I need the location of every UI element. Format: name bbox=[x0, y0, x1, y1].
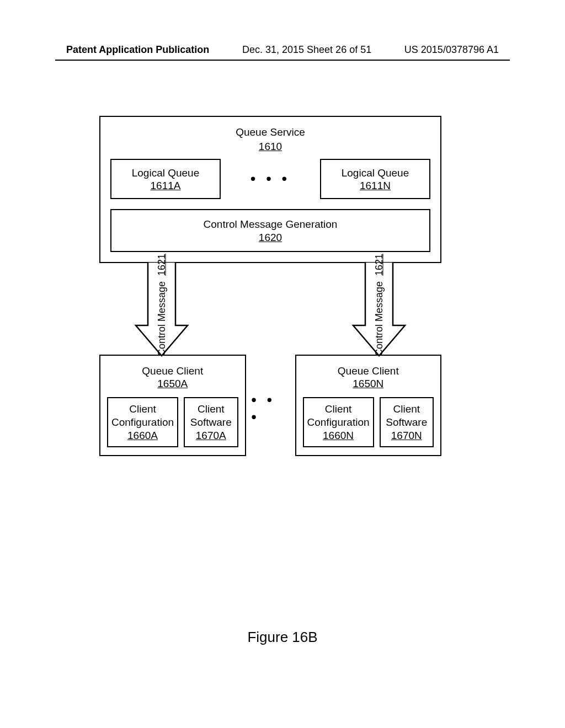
client-software-a-id: 1670A bbox=[188, 429, 233, 442]
client-configuration-n-label-text: Client Configuration bbox=[307, 403, 370, 428]
client-configuration-a-label-text: Client Configuration bbox=[111, 403, 174, 428]
queue-client-a-title: Queue Client bbox=[107, 365, 238, 378]
client-software-n-id: 1670N bbox=[384, 429, 429, 442]
logical-queue-n-label: Logical Queue bbox=[326, 167, 425, 180]
queue-clients-row: Queue Client 1650A Client Configuration … bbox=[99, 355, 441, 457]
header-right: US 2015/0378796 A1 bbox=[404, 44, 499, 56]
control-message-right-text: Control Message 1621 bbox=[374, 254, 385, 356]
queue-client-n-title: Queue Client bbox=[303, 365, 434, 378]
control-message-generation-box: Control Message Generation 1620 bbox=[110, 209, 430, 252]
logical-queue-a: Logical Queue 1611A bbox=[110, 159, 221, 200]
logical-queue-row: Logical Queue 1611A • • • Logical Queue … bbox=[110, 159, 430, 200]
logical-queue-a-label: Logical Queue bbox=[116, 167, 215, 180]
control-message-left-label: Control Message bbox=[156, 281, 167, 356]
page-header: Patent Application Publication Dec. 31, … bbox=[66, 44, 499, 56]
diagram: Queue Service 1610 Logical Queue 1611A •… bbox=[99, 116, 441, 456]
queue-service-id: 1610 bbox=[110, 140, 430, 153]
client-configuration-a-label: Client Configuration bbox=[111, 403, 174, 429]
client-software-a-label: Client Software bbox=[188, 403, 233, 429]
client-configuration-n-id: 1660N bbox=[307, 429, 370, 442]
client-software-n-label: Client Software bbox=[384, 403, 429, 429]
client-configuration-a-id: 1660A bbox=[111, 429, 174, 442]
client-configuration-n: Client Configuration 1660N bbox=[303, 397, 374, 447]
control-message-left-id: 1621 bbox=[156, 254, 167, 276]
client-configuration-a: Client Configuration 1660A bbox=[107, 397, 178, 447]
header-mid: Dec. 31, 2015 Sheet 26 of 51 bbox=[242, 44, 371, 56]
control-message-left-text: Control Message 1621 bbox=[156, 254, 168, 356]
queue-service-title: Queue Service bbox=[110, 126, 430, 139]
arrows-row: Control Message 1621 Control Message 162… bbox=[99, 263, 441, 357]
header-rule bbox=[55, 60, 510, 61]
queue-client-a: Queue Client 1650A Client Configuration … bbox=[99, 355, 246, 457]
queue-client-n-inner: Client Configuration 1660N Client Softwa… bbox=[303, 397, 434, 447]
control-message-right-label: Control Message bbox=[374, 281, 385, 356]
queue-client-n: Queue Client 1650N Client Configuration … bbox=[295, 355, 442, 457]
queue-service-box: Queue Service 1610 Logical Queue 1611A •… bbox=[99, 116, 441, 263]
header-left: Patent Application Publication bbox=[66, 44, 209, 56]
control-message-right-id: 1621 bbox=[374, 254, 385, 276]
logical-queue-n-id: 1611N bbox=[326, 179, 425, 192]
control-message-generation-id: 1620 bbox=[116, 231, 425, 244]
logical-queue-ellipsis: • • • bbox=[250, 170, 290, 188]
control-message-arrow-left: Control Message 1621 bbox=[131, 262, 192, 356]
client-software-n: Client Software 1670N bbox=[380, 397, 434, 447]
queue-clients-ellipsis: • • • bbox=[252, 392, 290, 426]
queue-client-n-id: 1650N bbox=[303, 377, 434, 390]
client-software-a: Client Software 1670A bbox=[184, 397, 238, 447]
logical-queue-a-id: 1611A bbox=[116, 179, 215, 192]
queue-client-a-id: 1650A bbox=[107, 377, 238, 390]
control-message-arrow-right: Control Message 1621 bbox=[349, 262, 409, 356]
control-message-generation-label: Control Message Generation bbox=[116, 218, 425, 231]
logical-queue-n: Logical Queue 1611N bbox=[320, 159, 430, 200]
queue-client-a-inner: Client Configuration 1660A Client Softwa… bbox=[107, 397, 238, 447]
client-software-a-label-text: Client Software bbox=[190, 403, 232, 428]
client-configuration-n-label: Client Configuration bbox=[307, 403, 370, 429]
client-software-n-label-text: Client Software bbox=[386, 403, 427, 428]
figure-caption: Figure 16B bbox=[0, 629, 565, 646]
